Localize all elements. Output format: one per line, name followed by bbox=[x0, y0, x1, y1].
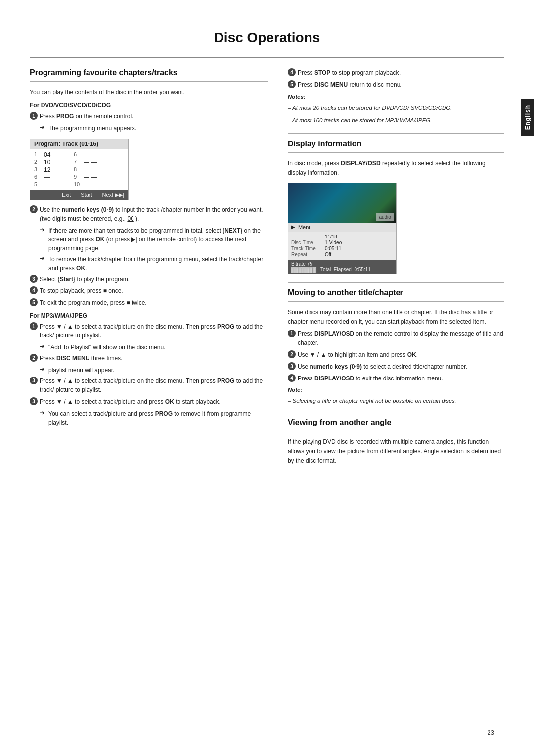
program-table-body: 104 210 312 6— 5— 6— — 7— — 8— — 9— — 10… bbox=[30, 149, 128, 190]
arrow-icon-1: ➜ bbox=[40, 124, 46, 131]
footer-exit: Exit bbox=[62, 192, 71, 198]
mp3-step-num-4: 3 bbox=[30, 397, 38, 405]
info-value: 11/18 bbox=[325, 234, 337, 239]
moving-step-num-3: 3 bbox=[288, 362, 296, 370]
mp3-step-num-3: 3 bbox=[30, 377, 38, 384]
section-rule-5 bbox=[288, 301, 504, 302]
programming-intro: You can play the contents of the disc in… bbox=[30, 88, 268, 97]
step-num-5: 5 bbox=[30, 298, 38, 306]
program-col-2: 6— — 7— — 8— — 9— — 10— — bbox=[70, 149, 109, 190]
step-num-2: 2 bbox=[30, 205, 38, 213]
arrow-icon-2: ➜ bbox=[40, 226, 46, 233]
program-table-header: Program: Track (01-16) bbox=[30, 139, 128, 149]
page-number: 23 bbox=[488, 729, 494, 736]
mp3-arrow-3-text: You can select a track/picture and press… bbox=[48, 409, 268, 427]
screen-image: audio bbox=[288, 183, 396, 223]
program-col-1: 104 210 312 6— 5— bbox=[30, 149, 70, 190]
moving-step-4-content: Press DISPLAY/OSD to exit the disc infor… bbox=[298, 374, 443, 383]
dvd-step-4-content: To stop playback, press ■ once. bbox=[40, 286, 123, 295]
info-val-tracktime: 0:05:11 bbox=[325, 246, 341, 251]
mp3-step-num-1: 1 bbox=[30, 322, 38, 330]
dvd-step-5: 5 To exit the program mode, press ■ twic… bbox=[30, 298, 268, 307]
arrow-icon-6: ➜ bbox=[40, 409, 46, 416]
screen-menu-row: ▶ Menu bbox=[288, 223, 396, 232]
page-title: Disc Operations bbox=[30, 30, 504, 46]
table-row: 6— bbox=[34, 174, 66, 181]
arrow-icon-3: ➜ bbox=[40, 255, 46, 262]
table-row: 9— — bbox=[74, 174, 105, 181]
table-row: 8— — bbox=[74, 166, 105, 173]
main-content: Programming favourite chapters/tracks Yo… bbox=[30, 68, 504, 469]
dvd-step-1-content: Press PROG on the remote control. bbox=[40, 112, 133, 121]
moving-note-label: Note: bbox=[288, 387, 504, 393]
program-table-footer: Exit Start Next ▶▶| bbox=[30, 190, 128, 200]
dvd-arrow-2-text: If there are more than ten tracks to be … bbox=[48, 226, 268, 253]
right-step-5: 5 Press DISC MENU return to disc menu. bbox=[288, 80, 504, 89]
audio-badge: audio bbox=[376, 213, 394, 221]
dvd-step-5-content: To exit the program mode, press ■ twice. bbox=[40, 298, 147, 307]
info-label-tracktime: Track-Time bbox=[291, 246, 321, 251]
moving-note-block: Note: – Selecting a title or chapter mig… bbox=[288, 387, 504, 405]
moving-step-num-2: 2 bbox=[288, 350, 296, 358]
title-divider bbox=[30, 57, 504, 58]
dvd-subheading: For DVD/VCD/SVCD/CD/CDG bbox=[30, 102, 268, 109]
info-label-disctime: Disc-Time bbox=[291, 240, 321, 245]
section-moving-title: Moving to another title/chapter bbox=[288, 288, 504, 297]
mp3-arrow-3: ➜ You can select a track/picture and pre… bbox=[40, 409, 268, 427]
notes-label: Notes: bbox=[288, 94, 504, 100]
moving-note: – Selecting a title or chapter might not… bbox=[288, 397, 504, 405]
dvd-arrow-3-text: To remove the track/chapter from the pro… bbox=[48, 255, 268, 273]
section-rule-1 bbox=[30, 81, 268, 82]
step-num-4: 4 bbox=[30, 286, 38, 294]
display-info-rows: 11/18 Disc-Time 1-Video Track-Time 0:05:… bbox=[288, 232, 396, 260]
step-num-3: 3 bbox=[30, 275, 38, 283]
dvd-arrow-1-text: The programming menu appears. bbox=[48, 124, 136, 133]
dvd-step-3: 3 Select {Start} to play the program. bbox=[30, 275, 268, 284]
dvd-arrow-1: ➜ The programming menu appears. bbox=[40, 124, 268, 133]
section-display-title: Display information bbox=[288, 140, 504, 148]
moving-step-1: 1 Press DISPLAY/OSD on the remote contro… bbox=[288, 330, 504, 347]
right-step-num-4: 4 bbox=[288, 68, 296, 76]
arrow-icon-5: ➜ bbox=[40, 366, 46, 373]
viewing-text: If the playing DVD disc is recorded with… bbox=[288, 437, 504, 466]
info-val-disctime: 1-Video bbox=[325, 240, 342, 245]
table-row: 5— bbox=[34, 181, 66, 188]
moving-step-3: 3 Use numeric keys (0-9) to select a des… bbox=[288, 362, 504, 371]
dvd-arrow-3: ➜ To remove the track/chapter from the p… bbox=[40, 255, 268, 273]
table-row: 312 bbox=[34, 166, 66, 173]
mp3-arrow-2: ➜ playlist menu will appear. bbox=[40, 366, 268, 375]
dvd-step-3-content: Select {Start} to play the program. bbox=[40, 275, 130, 284]
display-screen-mockup: audio ▶ Menu 11/18 Disc-Time 1-Video bbox=[288, 183, 397, 274]
dvd-step-1: 1 Press PROG on the remote control. bbox=[30, 112, 268, 121]
mp3-step-4-content: Press ▼ / ▲ to select a track/picture an… bbox=[40, 397, 221, 406]
mp3-step-3: 3 Press ▼ / ▲ to select a track/picture … bbox=[30, 377, 268, 394]
section-viewing-title: Viewing from another angle bbox=[288, 418, 504, 427]
info-row-repeat: Repeat Off bbox=[291, 252, 393, 257]
footer-next: Next ▶▶| bbox=[102, 192, 124, 198]
footer-start: Start bbox=[81, 192, 92, 198]
dvd-step-4: 4 To stop playback, press ■ once. bbox=[30, 286, 268, 295]
menu-label: Menu bbox=[298, 224, 312, 230]
info-label bbox=[291, 234, 321, 239]
mp3-step-1-content: Press ▼ / ▲ to select a track/picture on… bbox=[40, 322, 268, 340]
moving-step-4: 4 Press DISPLAY/OSD to exit the disc inf… bbox=[288, 374, 504, 383]
mp3-arrow-1: ➜ "Add To Playlist" will show on the dis… bbox=[40, 343, 268, 352]
table-row: 104 bbox=[34, 151, 66, 158]
note-1: – At most 20 tracks can be stored for DV… bbox=[288, 104, 504, 112]
section-rule-6 bbox=[288, 412, 504, 412]
moving-step-2-content: Use ▼ / ▲ to highlight an item and press… bbox=[298, 350, 418, 359]
dvd-step-2-content: Use the numeric keys (0-9) to input the … bbox=[40, 205, 268, 223]
moving-step-1-content: Press DISPLAY/OSD on the remote control … bbox=[298, 330, 504, 347]
table-row: 210 bbox=[34, 159, 66, 166]
section-rule-3 bbox=[288, 152, 504, 153]
dvd-arrow-2: ➜ If there are more than ten tracks to b… bbox=[40, 226, 268, 253]
info-row-tracktime: Track-Time 0:05:11 bbox=[291, 246, 393, 251]
right-step-num-5: 5 bbox=[288, 80, 296, 88]
mp3-step-num-2: 2 bbox=[30, 354, 38, 362]
section-rule-2 bbox=[288, 133, 504, 134]
section-rule-4 bbox=[288, 282, 504, 283]
table-row: 6— — bbox=[74, 151, 105, 158]
table-row: 7— — bbox=[74, 159, 105, 166]
mp3-subheading: For MP3/WMA/JPEG bbox=[30, 312, 268, 319]
moving-step-2: 2 Use ▼ / ▲ to highlight an item and pre… bbox=[288, 350, 504, 359]
